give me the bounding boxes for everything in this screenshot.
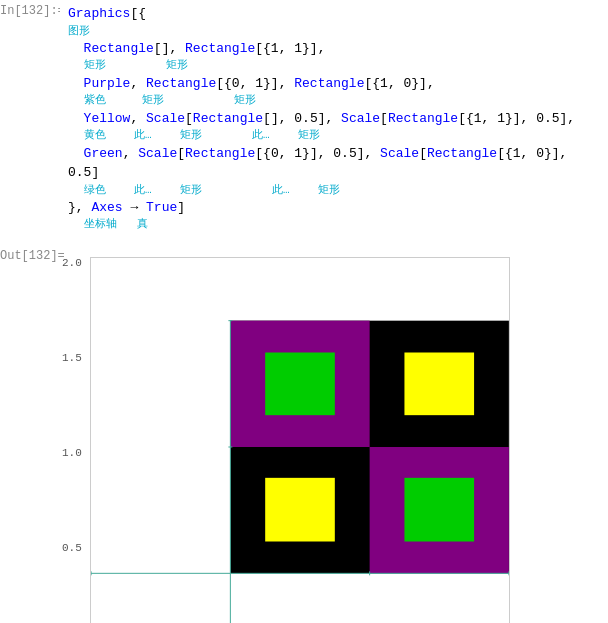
y-label-20: 2.0 xyxy=(62,257,82,269)
ann-rect7: 矩形 xyxy=(180,183,210,198)
code-token-rect1: Rectangle xyxy=(84,41,154,56)
output-content: 2.0 1.5 1.0 0.5 xyxy=(60,245,608,623)
annotation-line-4: 黄色 此… 矩形 此… 矩形 xyxy=(68,128,600,143)
ann-scale4: 此… xyxy=(272,183,302,198)
ann-rect5: 矩形 xyxy=(180,128,210,143)
code-bracket-5b: [{0, 1}], 0.5], xyxy=(255,146,380,161)
code-token-yellow: Yellow xyxy=(84,111,131,126)
ann-rect6: 矩形 xyxy=(298,128,328,143)
ann-purple: 紫色 xyxy=(84,93,114,108)
code-token-close: }, xyxy=(68,200,91,215)
ann-rect4: 矩形 xyxy=(234,93,264,108)
y-axis-labels: 2.0 1.5 1.0 0.5 xyxy=(60,257,84,623)
ann-rect8: 矩形 xyxy=(318,183,348,198)
code-token-scale2: Scale xyxy=(341,111,380,126)
graph-svg xyxy=(90,257,510,623)
code-bracket-4c: [ xyxy=(380,111,388,126)
code-token-graphics: Graphics xyxy=(68,6,130,21)
green-rect-topleft xyxy=(265,352,335,415)
code-bracket-4a: [ xyxy=(185,111,193,126)
code-token-rect5: Rectangle xyxy=(193,111,263,126)
code-arrow: → xyxy=(123,200,146,215)
code-token-scale1: Scale xyxy=(146,111,185,126)
code-comma-3a: , xyxy=(130,76,146,91)
code-line-5: Green, Scale[Rectangle[{0, 1}], 0.5], Sc… xyxy=(68,144,600,183)
ann-scale1: 此… xyxy=(134,128,164,143)
code-bracket-4b: [], 0.5], xyxy=(263,111,341,126)
green-rect-bottomright xyxy=(404,478,474,542)
code-comma-5a: , xyxy=(123,146,139,161)
code-token-rect3: Rectangle xyxy=(146,76,216,91)
annotation-line-1: 图形 xyxy=(68,24,600,39)
code-comma-4a: , xyxy=(130,111,146,126)
code-bracket-5a: [ xyxy=(177,146,185,161)
code-line-1: Graphics[{ xyxy=(68,4,600,24)
code-bracket-3a: [{0, 1}], xyxy=(216,76,294,91)
ann-green: 绿色 xyxy=(84,183,114,198)
code-bracket-2a: [], xyxy=(154,41,185,56)
ann-scale2: 此… xyxy=(252,128,282,143)
annotation-line-3: 紫色 矩形 矩形 xyxy=(68,93,600,108)
ann-rect3: 矩形 xyxy=(142,93,172,108)
graph-container: 2.0 1.5 1.0 0.5 xyxy=(90,257,608,623)
annotation-line-6: 坐标轴 真 xyxy=(68,217,600,232)
code-line-2: Rectangle[], Rectangle[{1, 1}], xyxy=(68,39,600,59)
annotation-line-2: 矩形 矩形 xyxy=(68,58,600,73)
code-token-true: True xyxy=(146,200,177,215)
code-token-rect4: Rectangle xyxy=(294,76,364,91)
code-token-rect6: Rectangle xyxy=(388,111,458,126)
code-token-scale3: Scale xyxy=(138,146,177,161)
ann-scale3: 此… xyxy=(134,183,164,198)
code-line-6: }, Axes → True] xyxy=(68,198,600,218)
code-token-bracket1: [{ xyxy=(130,6,146,21)
input-label: In[132]:= xyxy=(0,0,60,237)
code-bracket-5c: [ xyxy=(419,146,427,161)
input-cell: In[132]:= Graphics[{ 图形 Rectangle[], Rec… xyxy=(0,0,608,237)
ann-rect2: 矩形 xyxy=(166,58,196,73)
y-label-15: 1.5 xyxy=(62,352,82,364)
code-bracket-3b: [{1, 0}], xyxy=(364,76,434,91)
code-editor[interactable]: Graphics[{ 图形 Rectangle[], Rectangle[{1,… xyxy=(60,0,608,237)
code-bracket-4d: [{1, 1}], 0.5], xyxy=(458,111,575,126)
code-bracket-2b: [{1, 1}], xyxy=(255,41,325,56)
code-bracket-close: ] xyxy=(177,200,185,215)
yellow-rect-topright xyxy=(404,352,474,415)
code-line-4: Yellow, Scale[Rectangle[], 0.5], Scale[R… xyxy=(68,109,600,129)
output-cell: Out[132]= 2.0 1.5 1.0 0.5 xyxy=(0,245,608,623)
ann-true: 真 xyxy=(137,217,167,232)
code-token-rect7: Rectangle xyxy=(185,146,255,161)
code-token-purple: Purple xyxy=(84,76,131,91)
ann-yellow: 黄色 xyxy=(84,128,114,143)
ann-graphics: 图形 xyxy=(68,24,98,39)
ann-axes: 坐标轴 xyxy=(84,217,117,232)
code-token-axes: Axes xyxy=(91,200,122,215)
output-label: Out[132]= xyxy=(0,245,60,623)
code-token-rect8: Rectangle xyxy=(427,146,497,161)
ann-rect1: 矩形 xyxy=(84,58,114,73)
y-label-10: 1.0 xyxy=(62,447,82,459)
code-token-rect2: Rectangle xyxy=(185,41,255,56)
y-label-05: 0.5 xyxy=(62,542,82,554)
code-token-scale4: Scale xyxy=(380,146,419,161)
graph-svg-wrapper: −1 0.5 1.0 1.5 2.0 xyxy=(90,257,608,623)
code-token-green: Green xyxy=(84,146,123,161)
annotation-line-5: 绿色 此… 矩形 此… 矩形 xyxy=(68,183,600,198)
yellow-rect-bottomleft xyxy=(265,478,335,542)
code-line-3: Purple, Rectangle[{0, 1}], Rectangle[{1,… xyxy=(68,74,600,94)
